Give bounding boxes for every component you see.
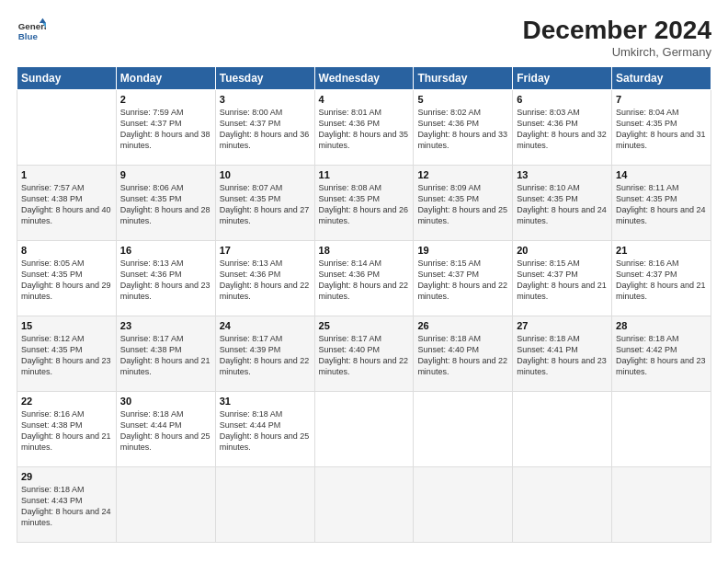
day-info: Sunrise: 8:03 AMSunset: 4:36 PMDaylight:… bbox=[517, 107, 608, 152]
page: General Blue December 2024 Umkirch, Germ… bbox=[0, 0, 728, 563]
day-number: 18 bbox=[319, 245, 410, 256]
day-info: Sunrise: 8:16 AMSunset: 4:37 PMDaylight:… bbox=[616, 258, 707, 303]
day-info: Sunrise: 8:12 AMSunset: 4:35 PMDaylight:… bbox=[21, 333, 112, 378]
calendar-cell bbox=[314, 466, 414, 542]
calendar-cell: 25Sunrise: 8:17 AMSunset: 4:40 PMDayligh… bbox=[314, 316, 414, 391]
day-number: 20 bbox=[517, 245, 608, 256]
calendar-cell: 26Sunrise: 8:18 AMSunset: 4:40 PMDayligh… bbox=[414, 316, 513, 391]
col-thursday: Thursday bbox=[414, 66, 513, 89]
calendar-cell: 28Sunrise: 8:18 AMSunset: 4:42 PMDayligh… bbox=[612, 316, 711, 391]
day-number: 29 bbox=[21, 471, 112, 482]
calendar-cell bbox=[17, 89, 117, 165]
calendar-cell: 23Sunrise: 8:17 AMSunset: 4:38 PMDayligh… bbox=[116, 316, 215, 391]
day-info: Sunrise: 8:05 AMSunset: 4:35 PMDaylight:… bbox=[21, 258, 112, 303]
day-info: Sunrise: 7:59 AMSunset: 4:37 PMDaylight:… bbox=[120, 107, 211, 152]
calendar-cell: 18Sunrise: 8:14 AMSunset: 4:36 PMDayligh… bbox=[314, 240, 414, 316]
calendar-week-row: 2Sunrise: 7:59 AMSunset: 4:37 PMDaylight… bbox=[17, 89, 711, 165]
day-info: Sunrise: 8:13 AMSunset: 4:36 PMDaylight:… bbox=[120, 258, 211, 303]
day-number: 8 bbox=[21, 245, 112, 256]
calendar-cell bbox=[314, 391, 414, 466]
day-number: 9 bbox=[120, 169, 211, 180]
day-info: Sunrise: 8:00 AMSunset: 4:37 PMDaylight:… bbox=[220, 107, 311, 152]
calendar-cell bbox=[513, 466, 612, 542]
day-number: 3 bbox=[220, 94, 311, 105]
calendar-cell: 15Sunrise: 8:12 AMSunset: 4:35 PMDayligh… bbox=[17, 316, 117, 391]
day-number: 25 bbox=[319, 320, 410, 331]
day-number: 19 bbox=[417, 245, 508, 256]
day-number: 17 bbox=[220, 245, 311, 256]
header: General Blue December 2024 Umkirch, Germ… bbox=[17, 17, 711, 59]
calendar-cell bbox=[414, 391, 513, 466]
calendar-week-row: 15Sunrise: 8:12 AMSunset: 4:35 PMDayligh… bbox=[17, 316, 711, 391]
day-number: 23 bbox=[120, 320, 211, 331]
day-number: 11 bbox=[319, 169, 410, 180]
day-info: Sunrise: 8:17 AMSunset: 4:39 PMDaylight:… bbox=[220, 333, 311, 378]
day-info: Sunrise: 8:10 AMSunset: 4:35 PMDaylight:… bbox=[517, 182, 608, 227]
day-number: 28 bbox=[616, 320, 707, 331]
col-wednesday: Wednesday bbox=[314, 66, 414, 89]
day-number: 2 bbox=[120, 94, 211, 105]
calendar-cell: 17Sunrise: 8:13 AMSunset: 4:36 PMDayligh… bbox=[215, 240, 314, 316]
day-number: 22 bbox=[21, 396, 112, 407]
day-info: Sunrise: 8:13 AMSunset: 4:36 PMDaylight:… bbox=[220, 258, 311, 303]
logo-icon: General Blue bbox=[17, 17, 46, 46]
calendar-week-row: 22Sunrise: 8:16 AMSunset: 4:38 PMDayligh… bbox=[17, 391, 711, 466]
calendar-cell: 20Sunrise: 8:15 AMSunset: 4:37 PMDayligh… bbox=[513, 240, 612, 316]
day-number: 12 bbox=[417, 169, 508, 180]
calendar-cell bbox=[215, 466, 314, 542]
day-number: 13 bbox=[517, 169, 608, 180]
day-info: Sunrise: 8:09 AMSunset: 4:35 PMDaylight:… bbox=[417, 182, 508, 227]
calendar-cell: 8Sunrise: 8:05 AMSunset: 4:35 PMDaylight… bbox=[17, 240, 117, 316]
calendar-week-row: 29Sunrise: 8:18 AMSunset: 4:43 PMDayligh… bbox=[17, 466, 711, 542]
calendar-cell bbox=[414, 466, 513, 542]
day-number: 5 bbox=[417, 94, 508, 105]
col-friday: Friday bbox=[513, 66, 612, 89]
calendar-cell: 9Sunrise: 8:06 AMSunset: 4:35 PMDaylight… bbox=[116, 165, 215, 240]
day-number: 31 bbox=[220, 396, 311, 407]
day-info: Sunrise: 8:18 AMSunset: 4:44 PMDaylight:… bbox=[120, 408, 211, 454]
day-info: Sunrise: 8:18 AMSunset: 4:43 PMDaylight:… bbox=[21, 484, 112, 529]
calendar-cell: 11Sunrise: 8:08 AMSunset: 4:35 PMDayligh… bbox=[314, 165, 414, 240]
day-info: Sunrise: 8:18 AMSunset: 4:44 PMDaylight:… bbox=[220, 408, 311, 454]
calendar-cell: 22Sunrise: 8:16 AMSunset: 4:38 PMDayligh… bbox=[17, 391, 117, 466]
day-info: Sunrise: 7:57 AMSunset: 4:38 PMDaylight:… bbox=[21, 182, 112, 227]
calendar-cell: 3Sunrise: 8:00 AMSunset: 4:37 PMDaylight… bbox=[215, 89, 314, 165]
day-number: 24 bbox=[220, 320, 311, 331]
calendar-cell: 27Sunrise: 8:18 AMSunset: 4:41 PMDayligh… bbox=[513, 316, 612, 391]
calendar-cell: 10Sunrise: 8:07 AMSunset: 4:35 PMDayligh… bbox=[215, 165, 314, 240]
day-info: Sunrise: 8:18 AMSunset: 4:41 PMDaylight:… bbox=[517, 333, 608, 378]
col-tuesday: Tuesday bbox=[215, 66, 314, 89]
calendar-table: Sunday Monday Tuesday Wednesday Thursday… bbox=[17, 66, 711, 543]
calendar-week-row: 1Sunrise: 7:57 AMSunset: 4:38 PMDaylight… bbox=[17, 165, 711, 240]
calendar-cell: 12Sunrise: 8:09 AMSunset: 4:35 PMDayligh… bbox=[414, 165, 513, 240]
day-number: 6 bbox=[517, 94, 608, 105]
day-info: Sunrise: 8:18 AMSunset: 4:40 PMDaylight:… bbox=[417, 333, 508, 378]
calendar-cell: 24Sunrise: 8:17 AMSunset: 4:39 PMDayligh… bbox=[215, 316, 314, 391]
day-info: Sunrise: 8:17 AMSunset: 4:38 PMDaylight:… bbox=[120, 333, 211, 378]
svg-text:Blue: Blue bbox=[18, 31, 39, 41]
calendar-cell bbox=[116, 466, 215, 542]
day-number: 30 bbox=[120, 396, 211, 407]
day-info: Sunrise: 8:06 AMSunset: 4:35 PMDaylight:… bbox=[120, 182, 211, 227]
calendar-cell: 16Sunrise: 8:13 AMSunset: 4:36 PMDayligh… bbox=[116, 240, 215, 316]
subtitle: Umkirch, Germany bbox=[523, 45, 711, 59]
calendar-cell: 21Sunrise: 8:16 AMSunset: 4:37 PMDayligh… bbox=[612, 240, 711, 316]
calendar-cell: 6Sunrise: 8:03 AMSunset: 4:36 PMDaylight… bbox=[513, 89, 612, 165]
day-info: Sunrise: 8:16 AMSunset: 4:38 PMDaylight:… bbox=[21, 408, 112, 454]
calendar-cell: 14Sunrise: 8:11 AMSunset: 4:35 PMDayligh… bbox=[612, 165, 711, 240]
day-number: 4 bbox=[319, 94, 410, 105]
calendar-cell: 5Sunrise: 8:02 AMSunset: 4:36 PMDaylight… bbox=[414, 89, 513, 165]
logo: General Blue bbox=[17, 17, 46, 46]
day-number: 10 bbox=[220, 169, 311, 180]
col-sunday: Sunday bbox=[17, 66, 117, 89]
day-info: Sunrise: 8:15 AMSunset: 4:37 PMDaylight:… bbox=[417, 258, 508, 303]
calendar-week-row: 8Sunrise: 8:05 AMSunset: 4:35 PMDaylight… bbox=[17, 240, 711, 316]
day-info: Sunrise: 8:07 AMSunset: 4:35 PMDaylight:… bbox=[220, 182, 311, 227]
day-number: 14 bbox=[616, 169, 707, 180]
day-info: Sunrise: 8:18 AMSunset: 4:42 PMDaylight:… bbox=[616, 333, 707, 378]
day-info: Sunrise: 8:08 AMSunset: 4:35 PMDaylight:… bbox=[319, 182, 410, 227]
day-info: Sunrise: 8:11 AMSunset: 4:35 PMDaylight:… bbox=[616, 182, 707, 227]
day-number: 26 bbox=[417, 320, 508, 331]
calendar-header-row: Sunday Monday Tuesday Wednesday Thursday… bbox=[17, 66, 711, 89]
calendar-cell bbox=[513, 391, 612, 466]
